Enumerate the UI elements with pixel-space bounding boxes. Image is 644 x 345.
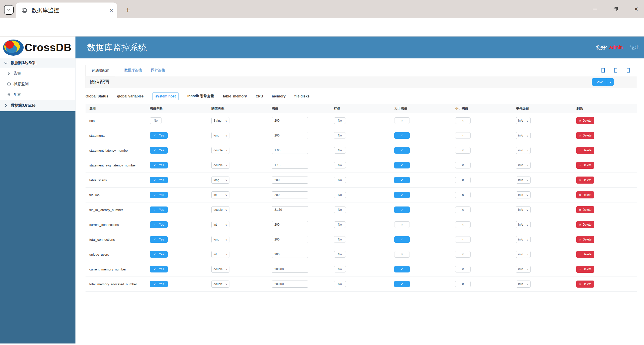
greater-than-toggle[interactable]: ✓ <box>394 147 410 154</box>
sidebar-item-monitor[interactable]: 状态监测 <box>0 79 75 89</box>
threshold-judge-toggle[interactable]: ✓Yes <box>150 281 168 287</box>
threshold-type-select[interactable]: int∨ <box>211 221 229 228</box>
greater-than-toggle[interactable]: × <box>394 221 410 228</box>
less-than-toggle[interactable]: × <box>455 177 471 183</box>
less-than-toggle[interactable]: × <box>455 192 471 198</box>
subtab[interactable]: CPU <box>256 94 263 98</box>
delete-button[interactable]: ×Delete <box>576 162 594 169</box>
greater-than-toggle[interactable]: ✓ <box>394 192 410 198</box>
subtab[interactable]: memory <box>272 94 286 98</box>
store-toggle[interactable]: No <box>334 236 346 243</box>
sidebar-item-gear[interactable]: 配置 <box>0 89 75 100</box>
threshold-type-select[interactable]: double∨ <box>211 281 229 288</box>
delete-button[interactable]: ×Delete <box>576 117 594 124</box>
store-toggle[interactable]: No <box>334 132 346 139</box>
window-minimize-button[interactable] <box>591 5 599 13</box>
less-than-toggle[interactable]: × <box>455 236 471 243</box>
threshold-judge-toggle[interactable]: ✓Yes <box>150 236 168 243</box>
threshold-value-input[interactable] <box>272 117 308 124</box>
store-toggle[interactable]: No <box>334 147 346 154</box>
window-close-button[interactable]: × <box>632 5 640 13</box>
greater-than-toggle[interactable]: ✓ <box>394 132 410 139</box>
subtab[interactable]: Global Status <box>86 94 108 98</box>
threshold-type-select[interactable]: String∨ <box>211 117 229 124</box>
event-level-select[interactable]: info∨ <box>516 132 531 139</box>
store-toggle[interactable]: No <box>334 192 346 198</box>
threshold-value-input[interactable] <box>272 177 308 184</box>
threshold-value-input[interactable] <box>272 147 308 154</box>
event-level-select[interactable]: info∨ <box>516 236 531 243</box>
less-than-toggle[interactable]: × <box>455 132 471 139</box>
less-than-toggle[interactable]: × <box>455 266 471 272</box>
threshold-type-select[interactable]: double∨ <box>211 266 229 273</box>
threshold-judge-toggle[interactable]: ✓Yes <box>150 132 168 139</box>
store-toggle[interactable]: No <box>334 251 346 258</box>
threshold-judge-toggle[interactable]: ✓Yes <box>150 221 168 228</box>
threshold-type-select[interactable]: double∨ <box>211 162 229 169</box>
sidebar-group[interactable]: 数据库MySQL <box>0 58 75 68</box>
store-toggle[interactable]: No <box>334 162 346 168</box>
tab-link[interactable]: 探针连接 <box>151 68 165 76</box>
delete-button[interactable]: ×Delete <box>576 191 594 198</box>
glyph-box-icon[interactable] <box>627 68 630 73</box>
new-tab-button[interactable]: + <box>125 6 130 14</box>
threshold-value-input[interactable] <box>272 162 308 169</box>
delete-button[interactable]: ×Delete <box>576 177 594 184</box>
browser-tab[interactable]: 数据库监控 × <box>16 3 117 18</box>
store-toggle[interactable]: No <box>334 266 346 272</box>
tab-close-button[interactable]: × <box>110 7 113 13</box>
less-than-toggle[interactable]: × <box>455 251 471 258</box>
store-toggle[interactable]: No <box>334 281 346 287</box>
subtab[interactable]: global variables <box>117 94 144 98</box>
less-than-toggle[interactable]: × <box>455 117 471 124</box>
sidebar-group[interactable]: 数据库Oracle <box>0 100 75 111</box>
threshold-value-input[interactable] <box>272 236 308 243</box>
threshold-judge-toggle[interactable]: ✓Yes <box>150 192 168 198</box>
delete-button[interactable]: ×Delete <box>576 281 594 288</box>
delete-button[interactable]: ×Delete <box>576 266 594 273</box>
threshold-type-select[interactable]: double∨ <box>211 147 229 154</box>
threshold-type-select[interactable]: long∨ <box>211 132 229 139</box>
threshold-type-select[interactable]: long∨ <box>211 236 229 243</box>
threshold-type-select[interactable]: long∨ <box>211 177 229 184</box>
threshold-value-input[interactable] <box>272 206 308 213</box>
less-than-toggle[interactable]: × <box>455 281 471 287</box>
tab-link[interactable]: 数据库连接 <box>124 68 142 76</box>
threshold-value-input[interactable] <box>272 266 308 273</box>
subtab[interactable]: file disks <box>294 94 309 98</box>
glyph-box-icon[interactable] <box>601 68 605 73</box>
threshold-judge-toggle[interactable]: ✓Yes <box>150 206 168 213</box>
threshold-value-input[interactable] <box>272 281 308 288</box>
greater-than-toggle[interactable]: × <box>394 251 410 258</box>
threshold-judge-toggle[interactable]: ✓Yes <box>150 177 168 183</box>
event-level-select[interactable]: info∨ <box>516 206 531 213</box>
less-than-toggle[interactable]: × <box>455 147 471 154</box>
delete-button[interactable]: ×Delete <box>576 251 594 258</box>
greater-than-toggle[interactable]: ✓ <box>394 266 410 272</box>
delete-button[interactable]: ×Delete <box>576 206 594 213</box>
delete-button[interactable]: ×Delete <box>576 221 594 228</box>
threshold-value-input[interactable] <box>272 251 308 258</box>
threshold-judge-toggle[interactable]: ✓Yes <box>150 266 168 272</box>
less-than-toggle[interactable]: × <box>455 221 471 228</box>
event-level-select[interactable]: info∨ <box>516 266 531 273</box>
threshold-value-input[interactable] <box>272 191 308 198</box>
threshold-type-select[interactable]: double∨ <box>211 206 229 213</box>
threshold-judge-toggle[interactable]: ✓Yes <box>150 251 168 258</box>
threshold-type-select[interactable]: int∨ <box>211 191 229 198</box>
less-than-toggle[interactable]: × <box>455 162 471 168</box>
window-restore-button[interactable] <box>612 5 619 13</box>
less-than-toggle[interactable]: × <box>455 206 471 213</box>
event-level-select[interactable]: info∨ <box>516 147 531 154</box>
greater-than-toggle[interactable]: ✓ <box>394 206 410 213</box>
save-button[interactable]: Save ∨ <box>592 78 614 86</box>
event-level-select[interactable]: info∨ <box>516 177 531 184</box>
delete-button[interactable]: ×Delete <box>576 236 594 243</box>
store-toggle[interactable]: No <box>334 206 346 213</box>
threshold-value-input[interactable] <box>272 221 308 228</box>
subtab[interactable]: table_memory <box>223 94 247 98</box>
greater-than-toggle[interactable]: ✓ <box>394 281 410 287</box>
logout-link[interactable]: 退出 <box>630 44 640 51</box>
threshold-judge-toggle[interactable]: ✓Yes <box>150 162 168 168</box>
tab-filter-config[interactable]: 过滤器配置 <box>86 65 115 76</box>
